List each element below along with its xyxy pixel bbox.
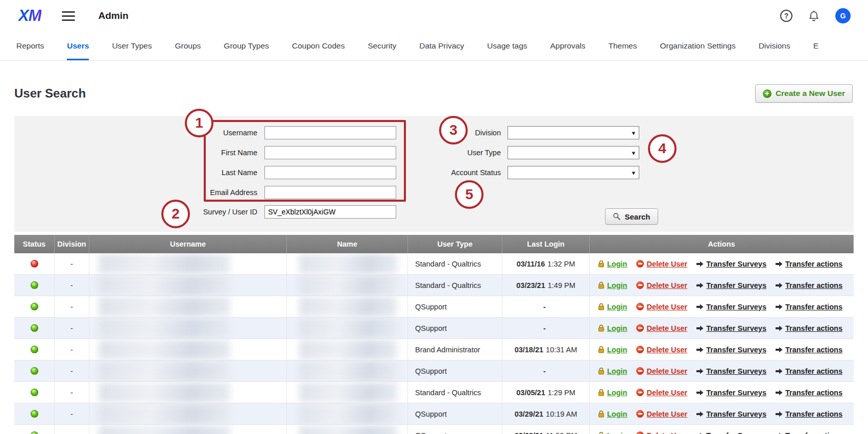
name-cell bbox=[287, 253, 408, 274]
transfer-actions-link[interactable]: Transfer actions bbox=[785, 431, 842, 434]
name-redacted bbox=[299, 254, 397, 274]
nav-tab[interactable]: Groups bbox=[175, 32, 201, 60]
transfer-arrow-icon bbox=[696, 261, 704, 267]
transfer-arrow-icon bbox=[776, 411, 783, 417]
delete-icon bbox=[636, 410, 644, 418]
status-cell bbox=[14, 425, 55, 434]
survey-user-id-input[interactable] bbox=[264, 205, 396, 219]
username-input[interactable] bbox=[264, 126, 396, 139]
nav-tab[interactable]: Users bbox=[67, 32, 89, 60]
transfer-actions-link[interactable]: Transfer actions bbox=[785, 367, 842, 375]
delete-user-link[interactable]: Delete User bbox=[646, 303, 687, 311]
delete-user-link[interactable]: Delete User bbox=[646, 389, 687, 397]
email-address-input[interactable] bbox=[264, 186, 396, 199]
last-name-input[interactable] bbox=[264, 166, 396, 179]
transfer-surveys-link[interactable]: Transfer Surveys bbox=[706, 324, 766, 332]
login-link[interactable]: Login bbox=[607, 431, 627, 434]
account-status-select[interactable]: ▾ bbox=[508, 166, 639, 179]
login-link[interactable]: Login bbox=[607, 367, 627, 375]
nav-tab[interactable]: Approvals bbox=[550, 32, 586, 60]
nav-tab[interactable]: Reports bbox=[16, 32, 44, 60]
nav-tab[interactable]: Data Privacy bbox=[419, 32, 464, 60]
table-row: - Standard - Qualtrics 03/23/21 1:49 PM bbox=[14, 275, 854, 296]
delete-user-link[interactable]: Delete User bbox=[646, 346, 687, 354]
transfer-actions-link[interactable]: Transfer actions bbox=[785, 346, 842, 354]
transfer-actions-link[interactable]: Transfer actions bbox=[785, 281, 842, 290]
notifications-bell-icon[interactable] bbox=[808, 10, 820, 22]
name-cell bbox=[287, 296, 408, 317]
transfer-actions-link[interactable]: Transfer actions bbox=[785, 260, 842, 268]
username-cell bbox=[89, 382, 287, 403]
transfer-actions-link[interactable]: Transfer actions bbox=[785, 410, 842, 418]
hamburger-menu-icon[interactable] bbox=[62, 11, 75, 21]
actions-cell: Login Delete User Transfer Surveys bbox=[590, 275, 854, 296]
table-header-cell: Division bbox=[55, 235, 89, 253]
transfer-actions-link[interactable]: Transfer actions bbox=[785, 324, 842, 332]
transfer-arrow-icon bbox=[776, 282, 783, 288]
nav-tab[interactable]: E bbox=[813, 32, 818, 60]
actions-cell: Login Delete User Transfer Surveys bbox=[590, 296, 854, 317]
delete-user-link[interactable]: Delete User bbox=[646, 410, 687, 418]
division-select[interactable]: ▾ bbox=[508, 126, 639, 139]
division-cell: - bbox=[55, 360, 89, 381]
delete-user-link[interactable]: Delete User bbox=[646, 260, 687, 268]
transfer-arrow-icon bbox=[776, 304, 783, 310]
last-login-cell: 03/29/21 10:19 AM bbox=[502, 403, 590, 424]
nav-tab[interactable]: Divisions bbox=[759, 32, 790, 60]
transfer-surveys-link[interactable]: Transfer Surveys bbox=[706, 303, 766, 311]
login-link[interactable]: Login bbox=[607, 260, 627, 268]
nav-tab[interactable]: Themes bbox=[608, 32, 637, 60]
email-address-label: Email Address bbox=[162, 186, 257, 199]
transfer-surveys-link[interactable]: Transfer Surveys bbox=[706, 346, 766, 354]
transfer-surveys-link[interactable]: Transfer Surveys bbox=[706, 367, 766, 375]
last-login-cell: 03/23/21 1:49 PM bbox=[502, 275, 590, 296]
nav-tab[interactable]: Coupon Codes bbox=[292, 32, 345, 60]
table-row: - QSupport - bbox=[14, 296, 854, 318]
user-type-select[interactable]: ▾ bbox=[508, 146, 639, 159]
nav-tab[interactable]: Security bbox=[368, 32, 396, 60]
login-link[interactable]: Login bbox=[607, 410, 627, 418]
delete-user-link[interactable]: Delete User bbox=[646, 281, 687, 290]
status-indicator bbox=[31, 324, 38, 332]
nav-tab[interactable]: Group Types bbox=[224, 32, 269, 60]
transfer-actions-link[interactable]: Transfer actions bbox=[785, 303, 842, 311]
login-link[interactable]: Login bbox=[607, 281, 627, 290]
first-name-input[interactable] bbox=[264, 146, 396, 159]
nav-tab[interactable]: Usage tags bbox=[487, 32, 527, 60]
nav-tab[interactable]: User Types bbox=[112, 32, 152, 60]
login-link[interactable]: Login bbox=[607, 303, 627, 311]
table-body: - Standard - Qualtrics 03/11/16 1:32 PM bbox=[14, 253, 854, 434]
delete-user-link[interactable]: Delete User bbox=[646, 367, 687, 375]
user-avatar[interactable]: G bbox=[835, 8, 851, 23]
name-redacted bbox=[299, 340, 397, 360]
transfer-surveys-link[interactable]: Transfer Surveys bbox=[706, 410, 766, 418]
user-type-cell: QSupport bbox=[408, 403, 502, 424]
transfer-surveys-link[interactable]: Transfer Surveys bbox=[706, 281, 766, 290]
status-indicator bbox=[31, 346, 38, 353]
delete-user-link[interactable]: Delete User bbox=[646, 324, 687, 332]
actions-cell: Login Delete User Transfer Surveys bbox=[590, 360, 854, 381]
delete-user-link[interactable]: Delete User bbox=[646, 431, 687, 434]
help-icon[interactable]: ? bbox=[780, 10, 792, 22]
status-cell bbox=[14, 382, 55, 403]
user-type-cell: QSupport bbox=[408, 318, 502, 339]
create-new-user-button[interactable]: + Create a New User bbox=[755, 84, 853, 103]
login-link[interactable]: Login bbox=[607, 389, 627, 397]
division-cell: - bbox=[55, 318, 89, 339]
annotation-circle-4: 4 bbox=[648, 134, 677, 163]
transfer-actions-link[interactable]: Transfer actions bbox=[785, 389, 842, 397]
search-button[interactable]: Search bbox=[605, 208, 658, 225]
xm-logo[interactable]: XM bbox=[18, 7, 41, 25]
transfer-surveys-link[interactable]: Transfer Surveys bbox=[706, 389, 766, 397]
actions-cell: Login Delete User Transfer Surveys bbox=[590, 425, 854, 434]
status-indicator bbox=[31, 281, 38, 289]
name-redacted bbox=[299, 425, 397, 434]
transfer-surveys-link[interactable]: Transfer Surveys bbox=[706, 260, 766, 268]
transfer-surveys-link[interactable]: Transfer Surveys bbox=[706, 431, 766, 434]
user-type-cell: Brand Administrator bbox=[408, 339, 502, 360]
name-cell bbox=[287, 382, 408, 403]
login-link[interactable]: Login bbox=[607, 324, 627, 332]
nav-tab[interactable]: Organization Settings bbox=[660, 32, 735, 60]
login-link[interactable]: Login bbox=[607, 346, 627, 354]
last-name-label: Last Name bbox=[162, 166, 257, 179]
